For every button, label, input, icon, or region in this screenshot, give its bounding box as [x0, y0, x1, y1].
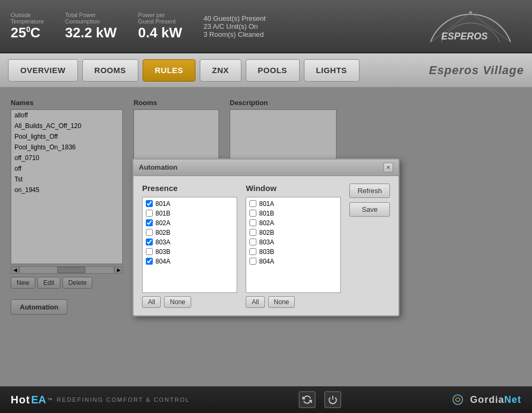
gordia-name: GordiaNet [470, 394, 521, 406]
guests-present: 40 Guest(s) Present [204, 14, 265, 22]
presence-list[interactable]: 801A 801B 802A 802B 803A 803B 804A [142, 197, 237, 293]
footer-right: GordiaNet [450, 392, 521, 408]
modal-overlay: Automation × Presence 801A 801B 802A 802… [0, 88, 532, 386]
refresh-icon [302, 395, 312, 404]
brand-hot: Hot [11, 394, 30, 406]
presence-column: Presence 801A 801B 802A 802B 803A 803B 8… [142, 184, 237, 308]
arc-logo-svg: ESPEROS [414, 5, 521, 47]
hotel-stats: 40 Guest(s) Present 23 A/C Unit(s) On 3 … [204, 14, 265, 38]
power-icon-button[interactable] [324, 391, 341, 408]
property-title: Esperos Village [429, 63, 524, 77]
modal-action-buttons: Refresh Save [349, 184, 390, 233]
navigation: OVERVIEW ROOMS RULES ZNX POOLS LIGHTS Es… [0, 53, 532, 88]
window-list[interactable]: 801A 801B 802A 802B 803A 803B 804A [246, 197, 341, 293]
tab-overview[interactable]: OVERVIEW [8, 59, 78, 82]
outside-temp-stat: OutsideTemperature 250C [11, 12, 44, 41]
tab-rooms[interactable]: ROOMS [82, 59, 138, 82]
window-item-802a[interactable]: 802A [248, 219, 338, 227]
window-btn-row: All None [246, 296, 341, 308]
footer: Hot EA ™ REDEFINING COMFORT & CONTROL Go… [0, 386, 532, 413]
window-item-803a[interactable]: 803A [248, 238, 338, 247]
automation-modal: Automation × Presence 801A 801B 802A 802… [132, 158, 400, 316]
presence-item-801b[interactable]: 801B [145, 209, 234, 218]
brand-ea: EA [31, 394, 46, 406]
presence-all-button[interactable]: All [142, 296, 161, 308]
modal-close-button[interactable]: × [384, 163, 393, 172]
presence-item-804a[interactable]: 804A [145, 257, 234, 266]
modal-titlebar: Automation × [134, 160, 398, 176]
outside-temp-value: 250C [11, 25, 44, 41]
total-power-label: Total PowerConsumption [65, 12, 117, 25]
save-button[interactable]: Save [349, 202, 390, 217]
window-item-801b[interactable]: 801B [248, 209, 338, 218]
main-content: Names alloff All_Builds_AC_Off_120 Pool_… [0, 88, 532, 386]
window-column: Window 801A 801B 802A 802B 803A 803B 804… [246, 184, 341, 308]
outside-temp-label: OutsideTemperature [11, 12, 44, 25]
total-power-stat: Total PowerConsumption 32.2 kW [65, 12, 117, 41]
presence-none-button[interactable]: None [164, 296, 191, 308]
tab-rules[interactable]: RULES [143, 59, 195, 82]
power-per-guest-label: Power perGuest Present [138, 12, 182, 25]
window-none-button[interactable]: None [268, 296, 295, 308]
window-item-804a[interactable]: 804A [248, 257, 338, 266]
window-title: Window [246, 184, 341, 193]
presence-item-802a[interactable]: 802A [145, 219, 234, 227]
footer-icons [299, 391, 341, 408]
gordia-icon [450, 392, 466, 408]
window-item-802b[interactable]: 802B [248, 228, 338, 237]
footer-logo: Hot EA ™ [11, 394, 52, 406]
tab-lights[interactable]: LIGHTS [304, 59, 359, 82]
window-item-801a[interactable]: 801A [248, 200, 338, 208]
rooms-cleaned: 3 Room(s) Cleaned [204, 30, 265, 38]
svg-point-5 [453, 395, 463, 404]
ac-units: 23 A/C Unit(s) On [204, 22, 265, 30]
presence-btn-row: All None [142, 296, 237, 308]
footer-brand: Hot EA ™ REDEFINING COMFORT & CONTROL [11, 394, 190, 406]
tab-pools[interactable]: POOLS [246, 59, 300, 82]
total-power-value: 32.2 kW [65, 25, 117, 41]
presence-item-801a[interactable]: 801A [145, 200, 234, 208]
presence-item-803a[interactable]: 803A [145, 238, 234, 247]
window-item-803b[interactable]: 803B [248, 248, 338, 256]
presence-item-802b[interactable]: 802B [145, 228, 234, 237]
modal-title: Automation [139, 163, 177, 171]
refresh-button[interactable]: Refresh [349, 184, 390, 198]
refresh-icon-button[interactable] [299, 391, 316, 408]
svg-text:ESPEROS: ESPEROS [441, 31, 488, 42]
window-all-button[interactable]: All [246, 296, 264, 308]
modal-body: Presence 801A 801B 802A 802B 803A 803B 8… [134, 176, 398, 315]
brand-trademark: ™ [47, 397, 52, 403]
tab-znx[interactable]: ZNX [200, 59, 241, 82]
header: OutsideTemperature 250C Total PowerConsu… [0, 0, 532, 53]
header-logo: ESPEROS [414, 5, 521, 47]
presence-item-803b[interactable]: 803B [145, 248, 234, 256]
footer-tagline: REDEFINING COMFORT & CONTROL [57, 396, 190, 403]
power-icon [328, 395, 338, 404]
power-per-guest-value: 0.4 kW [138, 25, 182, 41]
power-per-guest-stat: Power perGuest Present 0.4 kW [138, 12, 182, 41]
presence-title: Presence [142, 184, 237, 193]
